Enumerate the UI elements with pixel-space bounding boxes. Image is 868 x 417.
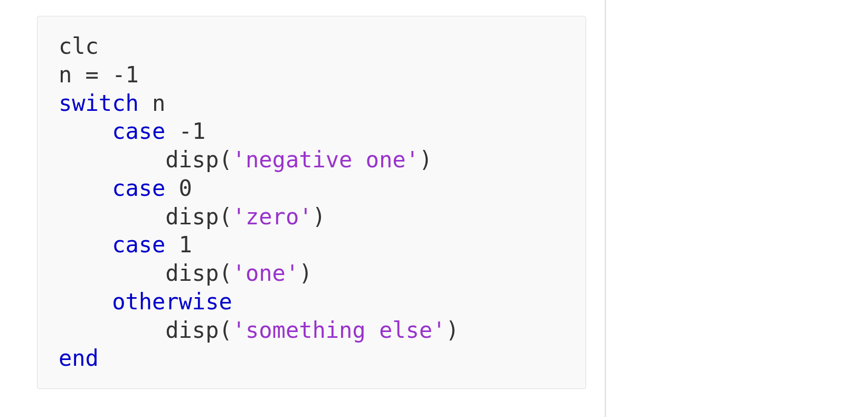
code-token-plain: disp( — [165, 260, 232, 286]
code-token-plain: 0 — [165, 175, 192, 201]
code-line: disp('zero') — [59, 203, 564, 231]
code-token-plain: 1 — [165, 232, 192, 258]
code-line: disp('something else') — [59, 316, 564, 345]
code-line: case 0 — [59, 174, 564, 203]
code-token-plain: disp( — [165, 147, 232, 173]
code-line: case 1 — [59, 231, 564, 259]
code-token-string: 'one' — [232, 260, 299, 286]
code-token-keyword: case — [112, 118, 165, 144]
code-token-string: 'zero' — [232, 204, 313, 230]
code-block: clcn = -1switch n case -1 disp('negative… — [37, 16, 586, 389]
code-token-plain: ) — [312, 204, 325, 230]
code-token-keyword: otherwise — [112, 289, 232, 315]
code-line: case -1 — [59, 117, 564, 146]
code-token-plain: ) — [419, 147, 432, 173]
code-token-keyword: case — [112, 175, 165, 201]
code-token-plain: clc — [59, 33, 99, 59]
code-line: switch n — [59, 89, 564, 118]
code-token-plain: ) — [299, 260, 312, 286]
main-container: clcn = -1switch n case -1 disp('negative… — [0, 0, 868, 417]
code-token-keyword: end — [59, 345, 99, 371]
code-token-keyword: switch — [59, 90, 139, 116]
sidebar — [606, 0, 868, 417]
code-token-plain: n — [139, 90, 166, 116]
code-token-plain: disp( — [165, 204, 232, 230]
code-token-plain: disp( — [165, 317, 232, 343]
code-line: disp('one') — [59, 259, 564, 288]
code-line: clc — [59, 32, 564, 61]
code-line: otherwise — [59, 288, 564, 316]
code-line: n = -1 — [59, 61, 564, 89]
content-area: clcn = -1switch n case -1 disp('negative… — [0, 0, 605, 417]
code-line: end — [59, 344, 564, 373]
code-token-plain: n = -1 — [59, 62, 139, 88]
code-token-plain: ) — [446, 317, 459, 343]
code-token-keyword: case — [112, 232, 165, 258]
code-token-string: 'negative one' — [232, 147, 419, 173]
code-line: disp('negative one') — [59, 146, 564, 174]
code-token-plain: -1 — [165, 118, 205, 144]
code-token-string: 'something else' — [232, 317, 446, 343]
